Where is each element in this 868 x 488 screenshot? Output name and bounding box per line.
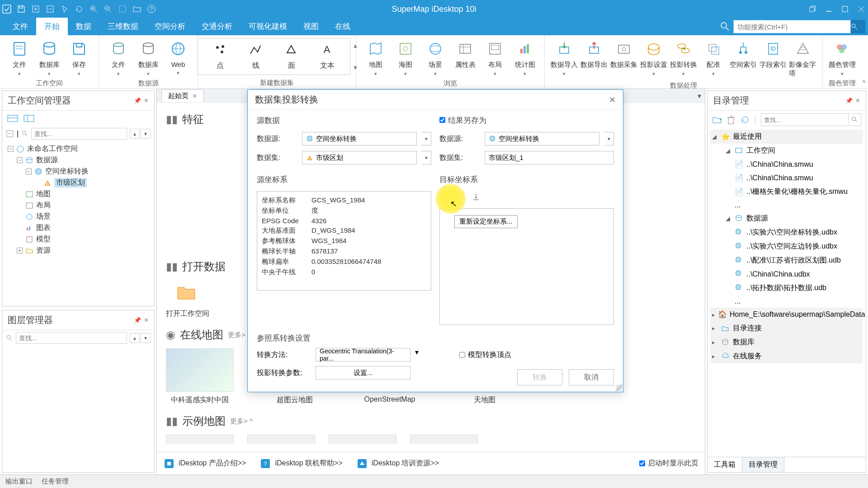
- ribbon-collapse[interactable]: ^: [862, 79, 865, 86]
- recent-ds[interactable]: ..\实验六\空间坐标转换.udbx: [710, 225, 863, 239]
- layer-prev-icon[interactable]: ▴: [130, 333, 140, 343]
- dropdown-icon[interactable]: ▾: [421, 151, 431, 164]
- save-result-checkbox[interactable]: 结果另存为: [439, 115, 614, 126]
- minimize-icon[interactable]: [824, 4, 834, 14]
- save-icon[interactable]: [16, 4, 26, 14]
- menu-online[interactable]: 在线: [327, 18, 359, 35]
- panel-close-icon[interactable]: ✕: [855, 97, 860, 104]
- ws-view1-icon[interactable]: [7, 113, 19, 123]
- menu-view[interactable]: 视图: [295, 18, 327, 35]
- data-export[interactable]: 数据导出: [580, 38, 608, 69]
- browse-scene[interactable]: 场景▾: [421, 38, 449, 75]
- doc-tabs-dropdown[interactable]: ▾: [698, 92, 701, 100]
- browse-attr[interactable]: 属性表: [451, 38, 479, 69]
- pin-icon[interactable]: 📌: [845, 97, 853, 104]
- panel-close-icon[interactable]: ✕: [144, 317, 149, 324]
- node-collapse-icon[interactable]: ◢: [726, 215, 732, 222]
- ds-web-button[interactable]: Web▾: [164, 38, 192, 75]
- cat-delete-icon[interactable]: [726, 115, 736, 125]
- menu-3d[interactable]: 三维数据: [99, 18, 146, 35]
- cat-refresh-icon[interactable]: [740, 115, 750, 125]
- ws-view2-icon[interactable]: [23, 113, 35, 123]
- link-training[interactable]: iDesktop 培训资源>>: [356, 458, 439, 469]
- pin-icon[interactable]: 📌: [134, 97, 141, 104]
- search-input[interactable]: [733, 20, 851, 33]
- menu-spatial[interactable]: 空间分析: [146, 18, 193, 35]
- doc-tab-start[interactable]: 起始页✕: [161, 89, 204, 102]
- layer-search-input[interactable]: [16, 332, 127, 344]
- pyramid[interactable]: 影像金字塔: [789, 38, 817, 78]
- extent-icon[interactable]: [118, 4, 127, 14]
- node-expand-icon[interactable]: ▸: [712, 339, 718, 346]
- online-map-item[interactable]: 中科遥感实时中国: [166, 348, 234, 405]
- dropdown-icon[interactable]: ▾: [415, 348, 419, 361]
- dialog-close-icon[interactable]: ✕: [609, 95, 616, 105]
- tree-expand-icon[interactable]: +: [17, 248, 23, 253]
- newds-point[interactable]: 点: [213, 43, 227, 70]
- close-icon[interactable]: [856, 4, 866, 14]
- tree-selected-item[interactable]: 市级区划: [54, 178, 87, 188]
- doc-tab-close-icon[interactable]: ✕: [192, 93, 197, 99]
- settings-button[interactable]: 设置...: [316, 366, 410, 380]
- spatial-index[interactable]: 空间索引: [729, 38, 757, 69]
- open-workspace-item[interactable]: 打开工作空间: [166, 280, 209, 319]
- status-tasks[interactable]: 任务管理: [42, 477, 69, 486]
- node-collapse-icon[interactable]: ◢: [712, 133, 718, 140]
- method-combo[interactable]: Geocentric Transalation(3-par...: [316, 348, 410, 361]
- crs-import-icon[interactable]: [455, 191, 467, 203]
- cancel-button[interactable]: 取消: [569, 369, 614, 385]
- menu-visual[interactable]: 可视化建模: [241, 18, 295, 35]
- menu-file[interactable]: 文件: [5, 18, 36, 35]
- browse-chart[interactable]: 海图▾: [392, 38, 420, 75]
- ws-search-input[interactable]: [31, 128, 127, 140]
- tree-collapse-icon[interactable]: −: [8, 146, 14, 152]
- newds-text[interactable]: A文本: [320, 43, 335, 70]
- ws-prev-icon[interactable]: ▴: [130, 129, 140, 139]
- browse-stat[interactable]: 统计图▾: [511, 38, 539, 75]
- menu-data[interactable]: 数据: [68, 18, 99, 35]
- maximize-icon[interactable]: [840, 4, 850, 14]
- newds-region[interactable]: 面: [284, 43, 299, 70]
- src-dataset-combo[interactable]: 市级区划: [302, 151, 417, 164]
- dropdown-icon[interactable]: ▾: [604, 132, 614, 145]
- color-mgr[interactable]: 颜色管理▾: [828, 38, 856, 75]
- ds-db-button[interactable]: 数据库▾: [134, 38, 162, 75]
- link-intro[interactable]: iDesktop 产品介绍>>: [163, 458, 246, 469]
- refresh-icon[interactable]: [74, 4, 84, 14]
- recent-ds[interactable]: ..\实验六\空间左边转换.udbx: [710, 239, 863, 253]
- ws-save-button[interactable]: 保存▾: [65, 38, 93, 75]
- data-import[interactable]: 数据导入▾: [550, 38, 578, 75]
- data-collect[interactable]: 数据采集: [610, 38, 638, 69]
- zoom-in-icon[interactable]: [89, 4, 99, 14]
- newds-line[interactable]: 线: [249, 43, 263, 70]
- recent-file[interactable]: 📄..\China\China.smwu: [710, 171, 863, 185]
- recent-ds[interactable]: ..\拓扑数据\拓扑数据.udb: [710, 281, 863, 295]
- open-icon[interactable]: [45, 4, 55, 14]
- crs-reset-button[interactable]: [439, 191, 451, 203]
- collapse-all-icon[interactable]: [6, 130, 14, 138]
- recent-ds[interactable]: ..\China\China.udbx: [710, 267, 863, 281]
- src-datasource-combo[interactable]: 空间坐标转换: [302, 132, 417, 145]
- node-expand-icon[interactable]: ▸: [712, 311, 715, 318]
- recent-file[interactable]: 📄..\栅格矢量化\栅格矢量化.smwu: [710, 185, 863, 199]
- crs-export-icon[interactable]: [470, 191, 482, 203]
- status-output[interactable]: 输出窗口: [5, 477, 33, 486]
- catalog-search-button[interactable]: [849, 113, 861, 126]
- show-on-startup-checkbox[interactable]: [639, 460, 645, 466]
- cursor-icon[interactable]: [60, 4, 70, 14]
- pin-icon[interactable]: 📌: [134, 317, 141, 324]
- node-expand-icon[interactable]: ▸: [712, 353, 718, 360]
- layer-next-icon[interactable]: ▾: [141, 333, 151, 343]
- ws-file-button[interactable]: 文件▾: [5, 38, 33, 75]
- convert-button[interactable]: 转换: [517, 369, 562, 385]
- window-restore-icon[interactable]: [807, 4, 817, 14]
- recent-file[interactable]: 📄..\China\China.smwu: [710, 158, 863, 171]
- node-collapse-icon[interactable]: ◢: [726, 147, 732, 154]
- right-tab-catalog[interactable]: 目录管理: [742, 457, 784, 472]
- more-link[interactable]: 更多> ^: [230, 417, 253, 426]
- tree-collapse-icon[interactable]: −: [17, 157, 23, 163]
- register[interactable]: 配准▾: [699, 38, 727, 75]
- recent-ds-more[interactable]: ...: [710, 295, 863, 308]
- search-button[interactable]: [851, 20, 865, 33]
- model-vertex-checkbox[interactable]: 模型转换顶点: [459, 350, 511, 360]
